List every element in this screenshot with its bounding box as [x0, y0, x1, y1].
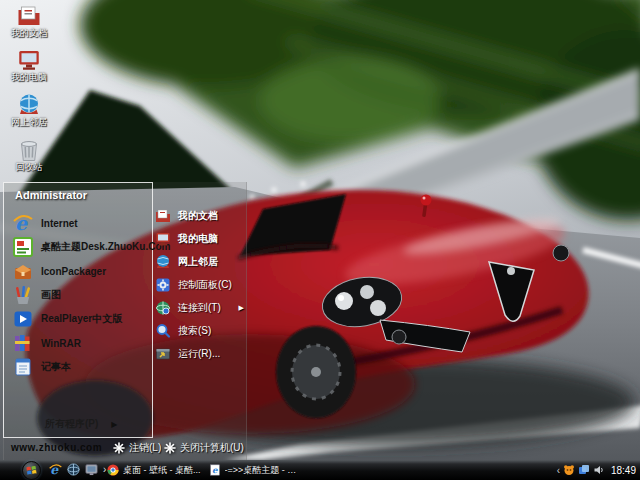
- iconpackager-icon: [13, 261, 33, 281]
- network-places-icon: [155, 254, 171, 270]
- quick-launch-bar: e ›: [49, 463, 106, 476]
- windows-update-tray-icon[interactable]: [578, 464, 590, 476]
- start-menu-item-network-places[interactable]: 网上邻居: [155, 250, 247, 273]
- zhuoku-watermark: www.zhuoku.com: [11, 442, 102, 453]
- windows-flag-icon: [26, 465, 37, 476]
- start-menu-item-label: 记事本: [41, 360, 71, 374]
- desktop-icon-label: 网上邻居: [11, 118, 47, 128]
- start-menu-item-label: WinRAR: [41, 338, 81, 349]
- browser-task-icon: [107, 464, 119, 476]
- system-tray: ‹ 18:49: [557, 460, 636, 480]
- taskbar-button-zhuoku-theme[interactable]: e -=>>桌酷主题 - Mi...: [205, 460, 307, 480]
- svg-text:e: e: [212, 465, 218, 475]
- start-menu-item-winrar[interactable]: WinRAR: [4, 331, 152, 355]
- desktop-screen: 我的文档 我的电脑 网上邻居 回收站 Administrator e Inter…: [0, 0, 640, 480]
- tray-collapse-chevron[interactable]: ‹: [557, 465, 560, 476]
- start-menu-item-label: 网上邻居: [178, 255, 218, 269]
- all-programs-label: 所有程序(P): [45, 417, 98, 431]
- start-menu-item-label: 桌酷主题Desk.ZhuoKu.Com: [41, 240, 170, 254]
- realplayer-icon: [13, 309, 33, 329]
- taskbar-clock[interactable]: 18:49: [611, 465, 636, 476]
- desktop-icon-my-documents[interactable]: 我的文档: [2, 4, 56, 39]
- turn-off-label: 关闭计算机(U): [180, 441, 244, 455]
- taskbar-buttons: 桌面 - 壁纸 - 桌酷... e -=>>桌酷主题 - Mi...: [103, 460, 307, 480]
- start-menu-right-panel: 我的文档 我的电脑 网上邻居 控制面板(C) 连接到(T) ▶ 搜索(S): [155, 204, 247, 365]
- ie-quick-launch-icon[interactable]: e: [49, 463, 62, 476]
- start-menu-item-search[interactable]: 搜索(S): [155, 319, 247, 342]
- desktop-icon-network-places[interactable]: 网上邻居: [2, 93, 56, 128]
- desktop-icon-recycle-bin[interactable]: 回收站: [2, 138, 56, 173]
- taskbar-button-label: -=>>桌酷主题 - Mi...: [225, 464, 303, 477]
- my-computer-icon: [17, 48, 41, 72]
- desktop-icon-my-computer[interactable]: 我的电脑: [2, 48, 56, 83]
- start-menu-item-my-documents[interactable]: 我的文档: [155, 204, 247, 227]
- my-computer-icon: [155, 231, 171, 247]
- globe-quick-launch-icon[interactable]: [67, 463, 80, 476]
- start-menu-item-label: 画图: [41, 288, 61, 302]
- start-menu-item-label: RealPlayer中文版: [41, 312, 122, 326]
- show-desktop-icon[interactable]: [85, 463, 98, 476]
- connect-to-icon: [155, 300, 171, 316]
- start-menu-item-label: 搜索(S): [178, 324, 211, 338]
- network-places-icon: [17, 93, 41, 117]
- my-documents-icon: [155, 208, 171, 224]
- start-menu-item-label: Internet: [41, 218, 78, 229]
- start-menu-item-connect-to[interactable]: 连接到(T) ▶: [155, 296, 247, 319]
- start-menu-item-my-computer[interactable]: 我的电脑: [155, 227, 247, 250]
- start-menu-left-panel: Administrator e Internet 桌酷主题Desk.ZhuoKu…: [3, 182, 153, 438]
- start-menu-item-internet[interactable]: e Internet: [4, 211, 152, 235]
- my-documents-icon: [17, 4, 41, 28]
- taskbar-button-wallpaper-page[interactable]: 桌面 - 壁纸 - 桌酷...: [103, 460, 205, 480]
- start-menu-item-label: 控制面板(C): [178, 278, 232, 292]
- log-off-label: 注销(L): [129, 441, 161, 455]
- taskbar: e › 桌面 - 壁纸 - 桌酷... e -=>>桌酷主题 - Mi... ‹…: [0, 460, 640, 480]
- all-programs-button[interactable]: 所有程序(P) ▶: [4, 413, 152, 435]
- pet-app-tray-icon[interactable]: [563, 464, 575, 476]
- run-icon: [155, 346, 171, 362]
- start-menu-item-paint[interactable]: 画图: [4, 283, 152, 307]
- taskbar-button-label: 桌面 - 壁纸 - 桌酷...: [123, 464, 201, 477]
- recycle-bin-icon: [17, 138, 41, 162]
- desktop-icon-label: 我的文档: [11, 29, 47, 39]
- notepad-icon: [13, 357, 33, 377]
- start-menu-item-run[interactable]: 运行(R)...: [155, 342, 247, 365]
- all-programs-arrow-icon: ▶: [111, 420, 117, 429]
- desktop-icon-label: 我的电脑: [11, 73, 47, 83]
- submenu-arrow-icon: ▶: [239, 304, 244, 312]
- start-menu-item-label: 连接到(T): [178, 301, 221, 315]
- search-icon: [155, 323, 171, 339]
- start-menu-item-label: 我的电脑: [178, 232, 218, 246]
- start-menu-username: Administrator: [15, 189, 87, 201]
- start-menu-item-realplayer[interactable]: RealPlayer中文版: [4, 307, 152, 331]
- start-menu-item-label: 运行(R)...: [178, 347, 220, 361]
- start-menu-item-iconpackager[interactable]: IconPackager: [4, 259, 152, 283]
- turn-off-star-icon: [164, 442, 176, 454]
- desktop-icon-label: 回收站: [16, 163, 43, 173]
- start-button[interactable]: [22, 461, 41, 480]
- start-menu: Administrator e Internet 桌酷主题Desk.ZhuoKu…: [3, 182, 247, 460]
- log-off-button[interactable]: 注销(L): [113, 441, 161, 455]
- turn-off-computer-button[interactable]: 关闭计算机(U): [164, 441, 244, 455]
- start-menu-item-notepad[interactable]: 记事本: [4, 355, 152, 379]
- ie-document-task-icon: e: [209, 464, 221, 476]
- log-off-star-icon: [113, 442, 125, 454]
- start-menu-item-label: 我的文档: [178, 209, 218, 223]
- control-panel-icon: [155, 277, 171, 293]
- internet-explorer-icon: e: [13, 213, 33, 233]
- zhuoku-theme-icon: [13, 237, 33, 257]
- start-menu-item-label: IconPackager: [41, 266, 106, 277]
- start-menu-footer: www.zhuoku.com 注销(L) 关闭计算机(U): [3, 438, 247, 460]
- winrar-icon: [13, 333, 33, 353]
- start-menu-item-zhuoku-theme[interactable]: 桌酷主题Desk.ZhuoKu.Com: [4, 235, 152, 259]
- paint-icon: [13, 285, 33, 305]
- volume-tray-icon[interactable]: [593, 464, 605, 476]
- start-menu-item-control-panel[interactable]: 控制面板(C): [155, 273, 247, 296]
